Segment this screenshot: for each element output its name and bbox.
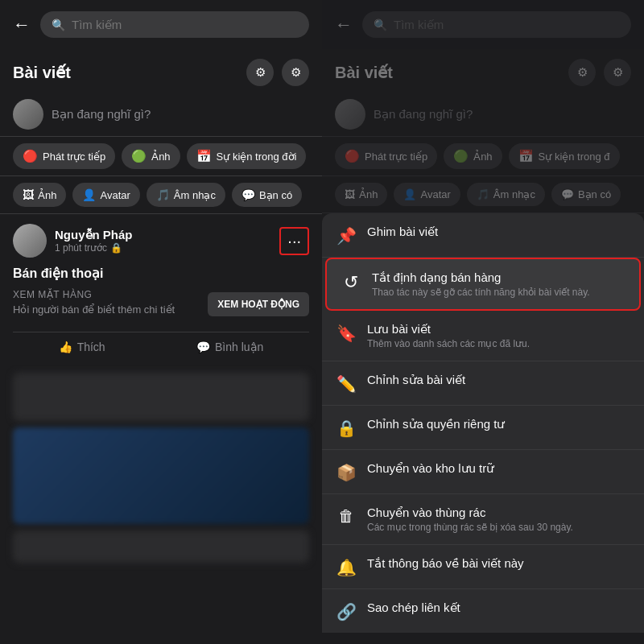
privacy-icon: 🔒 [336,419,356,438]
trash-icon: 🗑 [336,507,356,526]
photo-label: Ảnh [151,151,170,163]
left-blurred-item-2 [13,530,309,563]
tab-photo-label: Ảnh [38,189,56,201]
menu-item-pin-text: Ghim bài viết [367,225,630,239]
left-product-info: Hỏi người bán để biết thêm chi tiết [13,300,175,319]
right-header: ← 🔍 [322,0,644,49]
comment-label: Bình luận [215,341,263,353]
right-live-icon: 🔴 [345,149,360,163]
menu-item-notification[interactable]: 🔔 Tắt thông báo về bài viết này [322,545,644,589]
menu-item-archive[interactable]: 📦 Chuyển vào kho lưu trữ [322,450,644,494]
right-photo-label: Ảnh [473,151,492,163]
left-like-button[interactable]: 👍 Thích [59,341,105,353]
right-tab-avatar-icon: 👤 [403,188,416,200]
menu-item-privacy-title: Chỉnh sửa quyền riêng tư [367,417,630,431]
right-post-input-area: Bạn đang nghĩ gì? [322,93,644,137]
right-panel-background: ← 🔍 Bài viết ⚙ ⚙ Bạn đang nghĩ gì? 🔴 [322,0,644,213]
left-post-menu-button[interactable]: ··· [279,227,309,255]
menu-item-save[interactable]: 🔖 Lưu bài viết Thêm vào danh sách các mụ… [322,311,644,361]
archive-icon: 📦 [336,463,356,482]
event-label: Sự kiện trong đời [217,151,297,163]
right-tab-photo-label: Ảnh [359,188,378,200]
like-label: Thích [77,341,105,353]
left-blurred-posts [0,366,322,576]
left-post-placeholder[interactable]: Bạn đang nghĩ gì? [52,107,151,122]
left-action-row: 🔴 Phát trực tiếp 🟢 Ảnh 📅 Sự kiện trong đ… [0,137,322,176]
right-tab-photo-icon: 🖼 [345,188,355,200]
left-search-input[interactable] [72,18,298,31]
live-label: Phát trực tiếp [43,151,105,163]
menu-item-archive-text: Chuyển vào kho lưu trữ [367,461,630,476]
left-post-user-row: Nguyễn Pháp 1 phút trước 🔒 ··· [13,224,309,258]
left-blurred-item-1 [13,373,309,421]
menu-item-pin[interactable]: 📌 Ghim bài viết [322,213,644,258]
menu-item-trash-title: Chuyển vào thùng rác [367,506,630,520]
right-tab-avatar: 👤 Avatar [394,183,460,206]
menu-item-edit[interactable]: ✏️ Chỉnh sửa bài viết [322,361,644,406]
right-filter-icon: ⚙ [568,59,596,86]
menu-item-notification-title: Tắt thông báo về bài viết này [367,556,630,571]
left-header: ← 🔍 [0,0,322,49]
right-event-icon: 📅 [518,149,534,163]
left-search-icon: 🔍 [52,19,65,31]
left-filter-icon[interactable]: ⚙ [246,59,274,86]
tab-friend-icon: 💬 [242,188,255,201]
menu-item-copy-link[interactable]: 🔗 Sao chép liên kết [322,589,644,633]
menu-item-privacy[interactable]: 🔒 Chỉnh sửa quyền riêng tư [322,406,644,450]
right-tabs-row: 🖼 Ảnh 👤 Avatar 🎵 Âm nhạc 💬 Bạn có [322,176,644,213]
left-post-time: 1 phút trước [55,242,107,254]
left-event-button[interactable]: 📅 Sự kiện trong đời [187,143,307,169]
left-section-icons: ⚙ ⚙ [246,59,309,86]
right-live-label: Phát trực tiếp [365,151,427,163]
menu-item-copy-link-text: Sao chép liên kết [367,601,630,615]
menu-item-pin-title: Ghim bài viết [367,225,630,239]
menu-item-save-title: Lưu bài viết [367,322,630,336]
right-search-bar[interactable]: 🔍 [362,11,631,38]
save-icon: 🔖 [336,324,356,343]
menu-item-trash-text: Chuyển vào thùng rác Các mục trong thùng… [367,506,630,533]
menu-item-save-text: Lưu bài viết Thêm vào danh sách các mục … [367,322,630,349]
tab-avatar-label: Avatar [100,189,130,201]
left-tab-music[interactable]: 🎵 Âm nhạc [147,183,225,207]
left-live-button[interactable]: 🔴 Phát trực tiếp [13,143,115,169]
menu-item-trash[interactable]: 🗑 Chuyển vào thùng rác Các mục trong thù… [322,494,644,545]
left-view-activity-button[interactable]: XEM HOẠT ĐỘNG [208,292,309,316]
left-tab-photo[interactable]: 🖼 Ảnh [13,183,66,207]
left-photo-button[interactable]: 🟢 Ảnh [122,143,180,169]
left-tab-avatar[interactable]: 👤 Avatar [72,183,139,207]
left-post-avatar [13,224,47,258]
pin-icon: 📌 [336,226,356,246]
right-tab-music-label: Âm nhạc [493,188,535,200]
copy-link-icon: 🔗 [336,602,356,621]
left-post-user-details: Nguyễn Pháp 1 phút trước 🔒 [55,228,133,254]
left-post-privacy-icon: 🔒 [110,242,122,254]
right-panel: ← 🔍 Bài viết ⚙ ⚙ Bạn đang nghĩ gì? 🔴 [322,0,644,644]
menu-item-disable-shopping-text: Tắt định dạng bán hàng Thao tác này sẽ g… [372,270,625,298]
live-icon: 🔴 [23,149,38,163]
left-product-section: XEM MẶT HÀNG Hỏi người bán để biết thêm … [13,289,175,319]
right-search-input[interactable] [394,18,620,31]
right-back-button[interactable]: ← [335,14,353,35]
left-comment-button[interactable]: 💬 Bình luận [196,341,263,353]
menu-item-archive-title: Chuyển vào kho lưu trữ [367,461,630,476]
left-settings-icon[interactable]: ⚙ [282,59,309,86]
menu-item-disable-shopping-subtitle: Thao tác này sẽ gỡ các tính năng khỏi bà… [372,287,625,298]
tab-music-label: Âm nhạc [174,189,216,201]
left-product-label: XEM MẶT HÀNG [13,289,175,300]
right-settings-icon: ⚙ [604,59,631,86]
left-post-input-area: Bạn đang nghĩ gì? [0,93,322,137]
photo-icon: 🟢 [131,149,147,163]
left-tab-friend[interactable]: 💬 Bạn có [232,183,302,207]
right-post-placeholder: Bạn đang nghĩ gì? [374,107,473,122]
left-search-bar[interactable]: 🔍 [40,11,309,38]
event-icon: 📅 [196,149,212,163]
left-post-user-info: Nguyễn Pháp 1 phút trước 🔒 [13,224,133,258]
left-panel: ← 🔍 Bài viết ⚙ ⚙ Bạn đang nghĩ gì? 🔴 Phá… [0,0,322,644]
right-action-row: 🔴 Phát trực tiếp 🟢 Ảnh 📅 Sự kiện trong đ [322,137,644,176]
menu-item-notification-text: Tắt thông báo về bài viết này [367,556,630,571]
right-section-header: Bài viết ⚙ ⚙ [322,49,644,93]
menu-item-disable-shopping[interactable]: ↺ Tắt định dạng bán hàng Thao tác này sẽ… [325,258,641,311]
dropdown-menu: 📌 Ghim bài viết ↺ Tắt định dạng bán hàng… [322,213,644,633]
left-user-avatar [13,99,43,130]
left-back-button[interactable]: ← [13,14,31,35]
